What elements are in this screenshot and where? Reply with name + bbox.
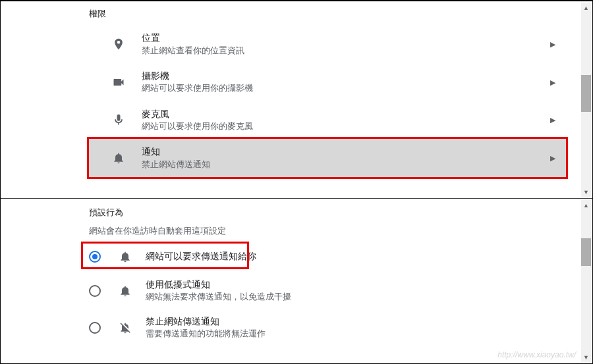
permission-title: 麥克風 [142, 108, 529, 121]
chevron-right-icon: ▶ [550, 154, 555, 163]
permission-title: 攝影機 [142, 70, 529, 83]
option-desc: 需要傳送通知的功能將無法運作 [146, 328, 559, 340]
scrollbar-top[interactable]: ▲ ▼ [581, 3, 591, 197]
scrollbar-bottom[interactable]: ▲ ▼ [581, 200, 591, 362]
chevron-right-icon: ▶ [550, 78, 555, 86]
default-behavior-title: 預設行為 [89, 199, 566, 219]
location-icon [111, 37, 126, 51]
permission-title: 位置 [142, 32, 529, 45]
scroll-thumb[interactable] [581, 238, 591, 266]
permission-title: 通知 [142, 145, 529, 159]
scroll-down-icon[interactable]: ▼ [581, 187, 591, 197]
camera-icon [111, 75, 126, 90]
permission-desc: 網站可以要求使用你的麥克風 [142, 120, 529, 132]
radio-unselected[interactable] [89, 285, 101, 297]
permission-desc: 禁止網站傳送通知 [142, 159, 529, 170]
permission-desc: 網站可以要求使用你的攝影機 [142, 82, 529, 94]
option-block-notifications[interactable]: 禁止網站傳送通知 需要傳送通知的功能將無法運作 [89, 309, 566, 346]
permission-row-camera[interactable]: 攝影機 網站可以要求使用你的攝影機 ▶ [89, 63, 566, 101]
permission-row-microphone[interactable]: 麥克風 網站可以要求使用你的麥克風 ▶ [89, 101, 566, 140]
radio-unselected[interactable] [89, 322, 101, 334]
bell-off-icon [118, 321, 132, 335]
scroll-up-icon[interactable]: ▲ [581, 3, 591, 13]
mic-icon [111, 113, 126, 127]
chevron-right-icon: ▶ [550, 116, 555, 124]
scroll-thumb[interactable] [581, 75, 591, 112]
option-quiet-notifications[interactable]: 使用低擾式通知 網站無法要求傳送通知，以免造成干擾 [89, 273, 566, 309]
bell-icon [118, 249, 132, 264]
bell-icon [118, 284, 132, 298]
default-behavior-pane: ▲ ▼ 預設行為 網站會在你造訪時自動套用這項設定 網站可以要求傳送通知給你 使… [1, 198, 592, 363]
option-desc: 網站無法要求傳送通知，以免造成干擾 [146, 291, 559, 303]
chevron-right-icon: ▶ [550, 39, 555, 48]
option-title: 網站可以要求傳送通知給你 [146, 251, 559, 263]
scroll-up-icon[interactable]: ▲ [581, 200, 591, 210]
permissions-section-title: 權限 [89, 1, 566, 25]
permissions-pane: ▲ ▼ 權限 位置 禁止網站查看你的位置資訊 ▶ 攝影機 網站可以要求使用你的攝… [1, 1, 592, 198]
option-allow-ask[interactable]: 網站可以要求傳送通知給你 [89, 241, 566, 273]
permission-row-location[interactable]: 位置 禁止網站查看你的位置資訊 ▶ [89, 25, 566, 63]
bell-icon [111, 151, 126, 165]
option-title: 使用低擾式通知 [146, 279, 559, 291]
option-title: 禁止網站傳送通知 [146, 316, 559, 328]
scroll-down-icon[interactable]: ▼ [581, 352, 591, 362]
default-behavior-desc: 網站會在你造訪時自動套用這項設定 [89, 219, 566, 241]
permission-desc: 禁止網站查看你的位置資訊 [142, 45, 529, 57]
permission-row-notifications[interactable]: 通知 禁止網站傳送通知 ▶ [89, 139, 566, 177]
radio-selected[interactable] [89, 251, 101, 263]
